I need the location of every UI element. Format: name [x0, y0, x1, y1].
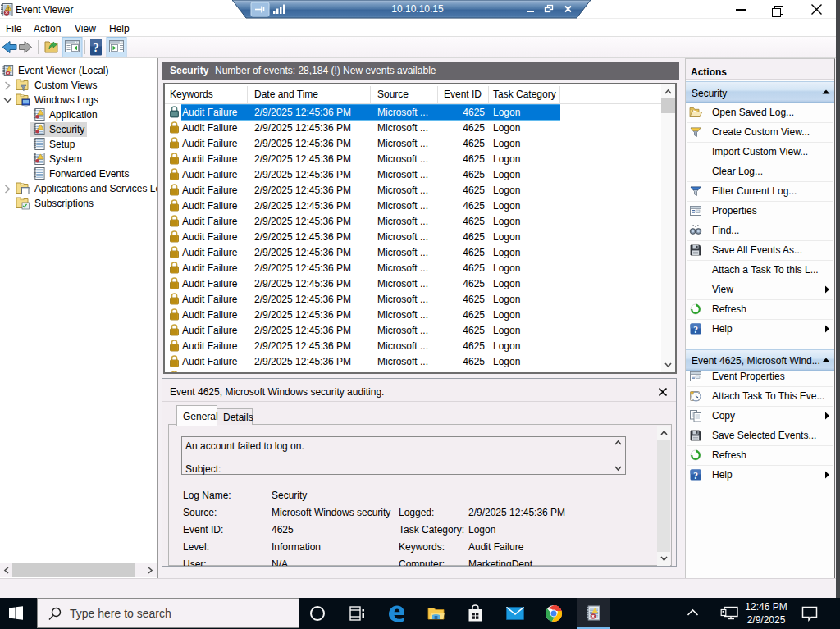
svg-text:10.10.10.15: 10.10.10.15 [391, 3, 444, 15]
svg-text:?: ? [93, 41, 99, 54]
svg-text:?: ? [693, 471, 698, 481]
svg-text:?: ? [693, 325, 698, 335]
